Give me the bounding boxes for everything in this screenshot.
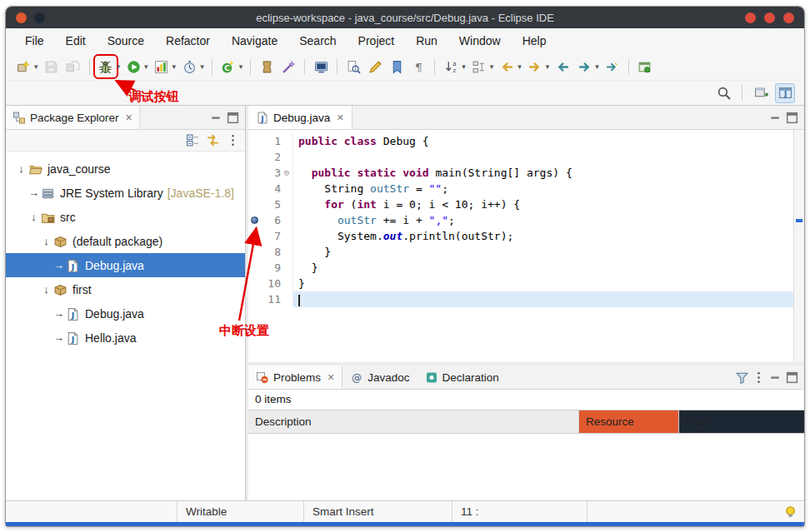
- expanded-expander-icon[interactable]: ↓: [14, 162, 28, 175]
- code-text[interactable]: [292, 149, 793, 165]
- menu-refactor[interactable]: Refactor: [155, 28, 221, 53]
- back-gold-dropdown-icon[interactable]: ▾: [518, 62, 522, 71]
- sort-dropdown-icon[interactable]: ▾: [462, 62, 466, 71]
- new-class-icon[interactable]: C: [218, 57, 238, 77]
- filter-icon[interactable]: [734, 370, 749, 385]
- code-line-4[interactable]: 4 String outStr = "";: [248, 181, 793, 196]
- link-with-editor-icon[interactable]: [205, 133, 220, 148]
- coverage-dropdown-icon[interactable]: ▾: [172, 62, 177, 71]
- problems-view-menu-icon[interactable]: [751, 370, 766, 385]
- tab-problems[interactable]: Problems×: [248, 365, 342, 389]
- menu-source[interactable]: Source: [97, 28, 155, 53]
- expand-all-dropdown-icon[interactable]: ▾: [490, 62, 494, 71]
- coverage-icon[interactable]: [152, 57, 172, 77]
- back-gold-icon[interactable]: [497, 57, 517, 77]
- code-line-5[interactable]: 5 for (int i = 0; i < 10; i++) {: [248, 196, 793, 212]
- open-search-icon[interactable]: [343, 57, 363, 77]
- code-text[interactable]: System.out.println(outStr);: [292, 228, 793, 244]
- close-editor-tab-icon[interactable]: ×: [337, 111, 343, 124]
- java-perspective-icon[interactable]: J: [775, 83, 795, 103]
- view-menu-icon[interactable]: [225, 133, 240, 148]
- window-control-dark[interactable]: [34, 12, 45, 23]
- tree-item-hello-java[interactable]: →JHello.java: [6, 326, 245, 350]
- lightbulb-icon[interactable]: [782, 505, 798, 520]
- collapsed-expander-icon[interactable]: →: [52, 259, 66, 271]
- tree-item-first[interactable]: ↓first: [6, 277, 245, 301]
- jar-export-icon[interactable]: [257, 57, 277, 77]
- window-close-button[interactable]: [783, 12, 794, 23]
- code-line-10[interactable]: 10}: [248, 276, 793, 291]
- code-line-1[interactable]: 1public class Debug {: [248, 133, 793, 149]
- new-wizard-icon[interactable]: [13, 57, 33, 77]
- collapsed-expander-icon[interactable]: →: [52, 307, 66, 320]
- new-wizard-dropdown-icon[interactable]: ▾: [34, 62, 38, 71]
- menu-help[interactable]: Help: [512, 28, 558, 53]
- insert-mode-status[interactable]: Smart Insert: [304, 501, 452, 522]
- save-icon[interactable]: [42, 57, 62, 77]
- sort-icon[interactable]: az: [441, 57, 461, 77]
- menu-search[interactable]: Search: [288, 28, 347, 53]
- cursor-position-status[interactable]: 11 :: [452, 501, 588, 522]
- breakpoint-margin[interactable]: [248, 228, 261, 244]
- code-line-8[interactable]: 8 }: [248, 244, 793, 260]
- collapsed-expander-icon[interactable]: →: [52, 331, 66, 344]
- tree-item-java-course[interactable]: ↓java_course: [6, 157, 245, 181]
- tab-declaration[interactable]: Declaration: [418, 365, 507, 389]
- problems-table-body[interactable]: [248, 434, 804, 500]
- search-icon[interactable]: [713, 83, 733, 103]
- overview-ruler[interactable]: [793, 130, 804, 362]
- bookmarks-icon[interactable]: [387, 57, 407, 77]
- menu-file[interactable]: File: [14, 28, 55, 53]
- code-text[interactable]: public static void main(String[] args) {: [292, 165, 793, 181]
- tree-item-src[interactable]: ↓src: [6, 205, 245, 229]
- menu-project[interactable]: Project: [348, 28, 406, 53]
- forward-gold-icon[interactable]: [525, 57, 545, 77]
- expanded-expander-icon[interactable]: ↓: [39, 235, 53, 247]
- pilcrow-icon[interactable]: ¶: [408, 57, 428, 77]
- breakpoint-dot[interactable]: [251, 216, 258, 224]
- code-line-3[interactable]: 3⊖ public static void main(String[] args…: [248, 165, 793, 181]
- close-tab-icon[interactable]: ×: [328, 370, 334, 384]
- package-explorer-tab[interactable]: Package Explorer ×: [6, 106, 140, 129]
- code-line-7[interactable]: 7 System.out.println(outStr);: [248, 228, 793, 244]
- window-maximize-button[interactable]: [764, 12, 775, 23]
- window-control-orange[interactable]: [16, 12, 27, 23]
- console-icon[interactable]: [311, 57, 331, 77]
- breakpoint-margin[interactable]: [248, 212, 261, 228]
- breakpoint-margin[interactable]: [248, 260, 261, 276]
- breakpoint-margin[interactable]: [248, 291, 261, 307]
- maximize-editor-icon[interactable]: [784, 110, 799, 125]
- code-text[interactable]: outStr += i + ",";: [292, 212, 793, 228]
- minimize-view-icon[interactable]: [208, 110, 223, 125]
- column-header-description[interactable]: Description: [248, 410, 579, 433]
- window-minimize-button[interactable]: [745, 12, 756, 23]
- open-perspective-icon[interactable]: [751, 83, 771, 103]
- code-text[interactable]: String outStr = "";: [292, 181, 793, 196]
- last-edit-icon[interactable]: [602, 57, 622, 77]
- code-text[interactable]: [292, 291, 793, 307]
- column-header-path[interactable]: Path: [679, 410, 804, 433]
- breakpoint-margin[interactable]: [248, 149, 261, 165]
- forward-teal-icon[interactable]: [574, 57, 594, 77]
- collapsed-expander-icon[interactable]: →: [27, 186, 41, 199]
- breakpoint-margin[interactable]: [248, 181, 261, 196]
- breakpoint-margin[interactable]: [248, 165, 261, 181]
- code-line-11[interactable]: 11: [248, 291, 793, 307]
- minimize-editor-icon[interactable]: [768, 110, 782, 125]
- maximize-problems-icon[interactable]: [784, 370, 799, 385]
- column-header-resource[interactable]: Resource: [579, 410, 679, 433]
- tree-item-default-package[interactable]: ↓(default package): [6, 229, 245, 253]
- fold-collapse-icon[interactable]: ⊖: [281, 165, 292, 181]
- code-text[interactable]: for (int i = 0; i < 10; i++) {: [292, 196, 793, 212]
- pin-editor-icon[interactable]: [635, 57, 655, 77]
- pencil-icon[interactable]: [365, 57, 385, 77]
- menu-window[interactable]: Window: [448, 28, 512, 53]
- titlebar[interactable]: eclipse-workspace - java_course/src/Debu…: [6, 7, 804, 28]
- code-line-2[interactable]: 2: [248, 149, 793, 165]
- profile-dropdown-icon[interactable]: ▾: [200, 62, 204, 71]
- code-text[interactable]: }: [292, 244, 793, 260]
- profile-icon[interactable]: [179, 57, 199, 77]
- code-text[interactable]: }: [292, 260, 793, 276]
- code-text[interactable]: public class Debug {: [292, 133, 793, 149]
- forward-gold-dropdown-icon[interactable]: ▾: [546, 62, 550, 71]
